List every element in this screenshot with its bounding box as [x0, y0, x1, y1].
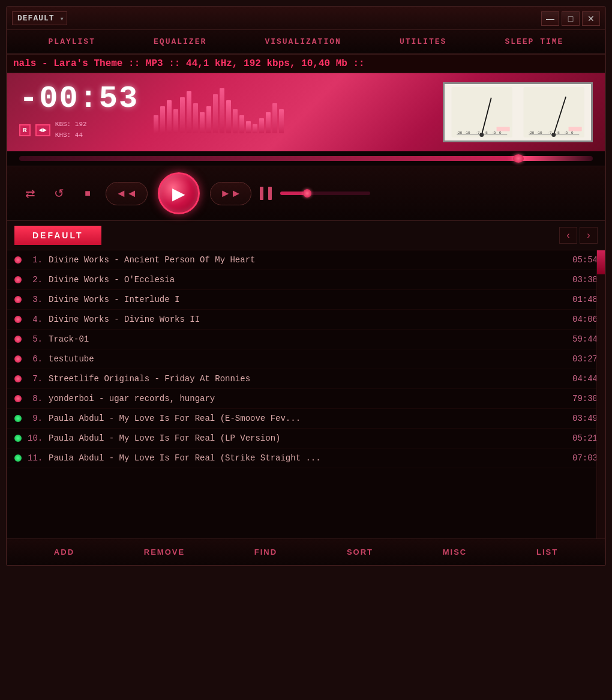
track-number: 10. [28, 433, 43, 443]
volume-thumb[interactable] [303, 189, 311, 198]
spec-bar-12 [233, 109, 238, 133]
track-title: Divine Works - O'Ecclesia [49, 275, 562, 285]
svg-text:-20: -20 [529, 130, 534, 134]
track-duration: 03:27 [568, 354, 598, 364]
svg-text:-3: -3 [564, 130, 568, 134]
spec-bar-13 [239, 115, 244, 133]
track-title: Paula Abdul - My Love Is For Real (E-Smo… [49, 414, 562, 423]
tab-playlist[interactable]: PLAYLIST [44, 35, 100, 49]
track-number: 1. [28, 255, 43, 265]
svg-rect-21 [568, 127, 581, 131]
seek-thumb[interactable] [513, 154, 524, 163]
playlist-item-5[interactable]: 5.Track-0159:44 [7, 330, 605, 349]
title-bar-left: DEFAULT [12, 11, 67, 25]
track-status-dot [14, 435, 22, 442]
track-title: Paula Abdul - My Love Is For Real (LP Ve… [49, 433, 562, 443]
playlist-title-button[interactable]: DEFAULT [14, 226, 101, 245]
playlist-item-6[interactable]: 6.testutube03:27 [7, 349, 605, 369]
tab-visualization[interactable]: VISUALIZATION [260, 35, 346, 49]
remove-button[interactable]: REMOVE [139, 545, 190, 559]
title-dropdown[interactable]: DEFAULT [12, 11, 67, 25]
pause-button[interactable] [259, 187, 273, 200]
scrollbar[interactable] [596, 250, 605, 539]
track-duration: 79:30 [568, 394, 598, 403]
playlist-prev-button[interactable]: ‹ [559, 227, 577, 244]
playlist-item-11[interactable]: 11.Paula Abdul - My Love Is For Real (St… [7, 448, 605, 468]
volume-slider[interactable] [280, 192, 370, 195]
playlist-next-button[interactable]: › [580, 227, 598, 244]
play-button[interactable]: ▶ [158, 172, 200, 214]
track-duration: 04:44 [568, 374, 598, 384]
track-number: 11. [28, 453, 43, 463]
r-badge[interactable]: R [19, 124, 31, 136]
svg-text:-10: -10 [536, 130, 542, 134]
svg-text:-7: -7 [476, 130, 480, 134]
track-title: testutube [49, 354, 562, 364]
tab-equalizer[interactable]: EQUALIZER [149, 35, 211, 49]
sort-button[interactable]: SORT [342, 545, 378, 559]
scrollbar-thumb[interactable] [597, 250, 605, 274]
player-info-row: R ◄► KBS: 192 KHS: 44 [19, 119, 139, 140]
svg-point-23 [551, 133, 556, 137]
playlist-item-4[interactable]: 4.Divine Works - Divine Works II04:06 [7, 310, 605, 330]
track-title: Divine Works - Ancient Person Of My Hear… [49, 255, 562, 265]
playlist-item-8[interactable]: 8.yonderboi - ugar records, hungary79:30 [7, 389, 605, 409]
repeat-button[interactable]: ↺ [48, 183, 70, 204]
seek-bar[interactable] [19, 156, 593, 161]
khs-label: KHS: [55, 131, 71, 139]
playlist-header: DEFAULT ‹ › [7, 221, 605, 250]
tab-sleeptime[interactable]: SLEEP TIME [500, 35, 568, 49]
playlist-item-3[interactable]: 3.Divine Works - Interlude I01:48 [7, 290, 605, 310]
svg-text:-7: -7 [548, 130, 551, 134]
spec-bar-9 [213, 94, 218, 133]
khs-value: 44 [75, 131, 83, 139]
maximize-button[interactable]: □ [562, 11, 580, 26]
close-button[interactable]: ✕ [582, 11, 600, 26]
spec-bar-3 [173, 109, 178, 133]
eq-badge[interactable]: ◄► [35, 124, 50, 136]
find-button[interactable]: FIND [250, 545, 282, 559]
track-duration: 05:54 [568, 255, 598, 265]
track-number: 2. [28, 275, 43, 285]
spectrum-visualizer [151, 88, 431, 136]
transport-group: ◄◄ [106, 182, 148, 205]
svg-text:-20: -20 [457, 130, 462, 134]
track-status-dot [14, 454, 22, 462]
svg-point-11 [479, 133, 484, 137]
prev-button[interactable]: ◄◄ [111, 185, 142, 202]
tab-utilites[interactable]: UTILITES [395, 35, 451, 49]
controls-bar: ⇄ ↺ ■ ◄◄ ▶ ►► [7, 166, 605, 221]
shuffle-button[interactable]: ⇄ [19, 183, 41, 204]
track-status-dot [14, 355, 22, 363]
player-display: -00:53 R ◄► KBS: 192 KHS: 44 -20 [7, 73, 605, 151]
misc-button[interactable]: MISC [438, 545, 472, 559]
minimize-button[interactable]: — [541, 11, 559, 26]
track-duration: 01:48 [568, 295, 598, 304]
track-status-dot [14, 375, 22, 382]
seek-bar-container [7, 151, 605, 166]
track-title: Divine Works - Divine Works II [49, 315, 562, 324]
playlist-items: 1.Divine Works - Ancient Person Of My He… [7, 250, 605, 539]
svg-text:-5: -5 [556, 130, 560, 134]
next-button[interactable]: ►► [215, 185, 247, 202]
marquee-area: nals - Lara's Theme :: MP3 :: 44,1 kHz, … [7, 54, 605, 73]
playlist-item-2[interactable]: 2.Divine Works - O'Ecclesia03:38 [7, 270, 605, 290]
playlist-section: DEFAULT ‹ › 1.Divine Works - Ancient Per… [7, 221, 605, 539]
playlist-item-9[interactable]: 9.Paula Abdul - My Love Is For Real (E-S… [7, 409, 605, 429]
spec-bar-1 [160, 106, 165, 133]
playlist-item-1[interactable]: 1.Divine Works - Ancient Person Of My He… [7, 250, 605, 270]
spec-bar-8 [206, 106, 211, 133]
track-number: 4. [28, 315, 43, 324]
kbs-value: 192 [75, 121, 87, 128]
track-duration: 05:21 [568, 433, 598, 443]
svg-text:-10: -10 [464, 130, 470, 134]
playlist-item-10[interactable]: 10.Paula Abdul - My Love Is For Real (LP… [7, 429, 605, 448]
track-status-dot [14, 336, 22, 343]
list-button[interactable]: LIST [532, 545, 563, 559]
add-button[interactable]: ADD [49, 545, 79, 559]
track-duration: 59:44 [568, 334, 598, 344]
spec-bar-7 [200, 112, 205, 133]
playlist-item-7[interactable]: 7.Streetlife Originals - Friday At Ronni… [7, 369, 605, 389]
stop-button[interactable]: ■ [77, 183, 98, 204]
svg-text:-5: -5 [484, 130, 488, 134]
